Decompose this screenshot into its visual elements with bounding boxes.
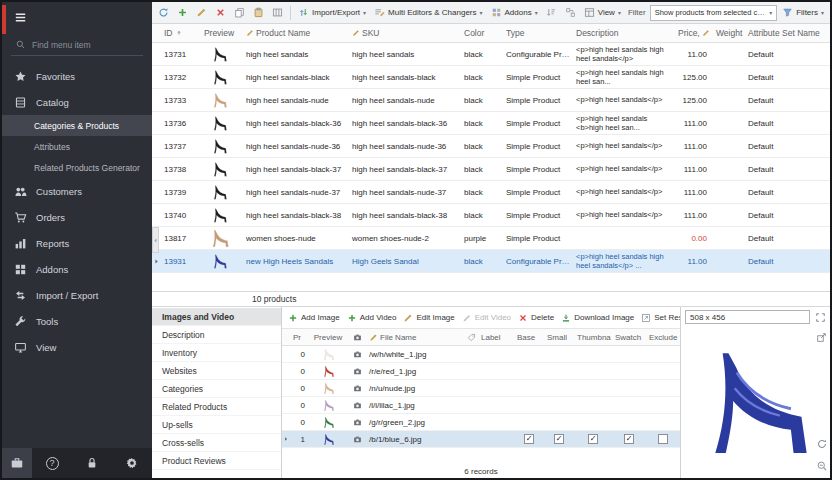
edit-video-button[interactable]: Edit Video (462, 313, 511, 323)
delete-image-button[interactable]: Delete (518, 313, 554, 323)
row-expander[interactable] (282, 436, 290, 442)
sidebar-item-catalog[interactable]: Catalog (2, 89, 152, 115)
lock-button[interactable] (72, 456, 112, 470)
column-header-thumbna[interactable]: Thumbna (574, 333, 612, 342)
chevron-left-icon (152, 236, 159, 245)
column-header-file-name[interactable]: File Name (366, 333, 464, 342)
column-header-attribute-set-name[interactable]: Attribute Set Name (745, 28, 830, 38)
download-image-button[interactable]: Download Image (561, 313, 634, 323)
swatch-checkbox[interactable]: ✓ (624, 434, 634, 444)
tab-inventory[interactable]: Inventory (152, 344, 281, 362)
add-image-button[interactable]: Add Image (288, 313, 340, 323)
settings-button[interactable] (112, 456, 152, 470)
sidebar-item-categories-products[interactable]: Categories & Products (2, 115, 152, 136)
product-row-13739[interactable]: 13739high heel sandals-nude-37high heel … (152, 181, 830, 204)
image-row-l-i-lilac-1-jpg[interactable]: 0/l/i/lilac_1.jpg (282, 397, 680, 414)
sidebar-item-favorites[interactable]: Favorites (2, 63, 152, 89)
product-row-13737[interactable]: 13737high heel sandals-nude-36high heel … (152, 135, 830, 158)
sidebar-collapse-handle[interactable] (152, 227, 159, 253)
import-export-menu[interactable]: Import/Export▾ (295, 5, 369, 20)
column-header-tag-column[interactable] (464, 333, 478, 342)
sidebar-item-view[interactable]: View (2, 334, 152, 360)
sidebar-item-reports[interactable]: Reports (2, 230, 152, 256)
column-header-exclude[interactable]: Exclude (646, 333, 680, 342)
edit-image-button[interactable]: Edit Image (403, 313, 454, 323)
sidebar-item-tools[interactable]: Tools (2, 308, 152, 334)
help-button[interactable]: ? (32, 457, 72, 470)
tab-description[interactable]: Description (152, 326, 281, 344)
menu-toggle[interactable] (2, 2, 152, 32)
thumbnail-checkbox[interactable]: ✓ (588, 434, 598, 444)
base-checkbox[interactable]: ✓ (524, 434, 534, 444)
product-row-13817[interactable]: 13817women shoes-nudewomen shoes-nude-2p… (152, 227, 830, 250)
column-header-label[interactable]: Label (478, 333, 514, 342)
product-row-13738[interactable]: 13738high heel sandals-black-37high heel… (152, 158, 830, 181)
column-header-description[interactable]: Description (573, 28, 675, 38)
paste-button[interactable] (250, 5, 267, 20)
sort-button[interactable] (543, 5, 560, 20)
column-header-id[interactable]: ID (161, 28, 195, 38)
tab-websites[interactable]: Websites (152, 362, 281, 380)
column-header-product-name[interactable]: Product Name (243, 28, 349, 38)
store-button[interactable] (2, 448, 32, 478)
sidebar-item-customers[interactable]: Customers (2, 178, 152, 204)
edit-product-button[interactable] (193, 5, 210, 20)
small-checkbox[interactable]: ✓ (554, 434, 564, 444)
columns-button[interactable] (269, 5, 286, 20)
tab-related-products[interactable]: Related Products (152, 398, 281, 416)
product-description: <p>high heel sandals</p> (573, 187, 675, 197)
tab-product-reviews[interactable]: Product Reviews (152, 452, 281, 470)
product-row-13731[interactable]: 13731high heel sandalshigh heel sandalsb… (152, 43, 830, 66)
column-header-color[interactable]: Color (461, 28, 503, 38)
tab-images-and-video[interactable]: Images and Video (152, 308, 281, 326)
column-header-sku[interactable]: SKU (349, 28, 461, 38)
row-expander[interactable] (152, 258, 161, 265)
product-row-13740[interactable]: 13740high heel sandals-black-38high heel… (152, 204, 830, 227)
menu-search[interactable]: Find menu item (11, 34, 143, 56)
column-header-weight[interactable]: Weight (713, 28, 745, 38)
sidebar-item-addons[interactable]: Addons (2, 256, 152, 282)
zoom-icon[interactable] (816, 460, 828, 472)
view-menu[interactable]: View▾ (581, 5, 624, 20)
image-row-n-u-nude-jpg[interactable]: 0/n/u/nude.jpg (282, 380, 680, 397)
rotate-icon[interactable] (816, 438, 828, 450)
add-video-button[interactable]: Add Video (347, 313, 397, 323)
group-button[interactable] (562, 5, 579, 20)
image-row-g-r-green-2-jpg[interactable]: 0/g/r/green_2.jpg (282, 414, 680, 431)
addons-menu[interactable]: Addons▾ (488, 5, 541, 20)
filters-menu[interactable]: Filters▾ (779, 5, 827, 20)
column-header-preview[interactable]: Preview (308, 333, 348, 342)
sidebar-item-orders[interactable]: Orders (2, 204, 152, 230)
refresh-button[interactable] (155, 5, 172, 20)
product-row-13732[interactable]: 13732high heel sandals-blackhigh heel sa… (152, 66, 830, 89)
image-row-b-1-blue-6-jpg[interactable]: 1/b/1/blue_6.jpg✓✓✓✓ (282, 431, 680, 448)
column-header-swatch[interactable]: Swatch (612, 333, 646, 342)
delete-product-button[interactable] (212, 5, 229, 20)
exclude-checkbox[interactable] (658, 434, 668, 444)
sidebar-item-import-export[interactable]: Import / Export (2, 282, 152, 308)
copy-button[interactable] (231, 5, 248, 20)
sidebar-item-related-products-generator[interactable]: Related Products Generator (2, 157, 152, 178)
column-header-camera-column[interactable] (348, 333, 366, 342)
image-row-w-h-white-1-jpg[interactable]: 0/w/h/white_1.jpg (282, 346, 680, 363)
tab-cross-sells[interactable]: Cross-sells (152, 434, 281, 452)
tab-up-sells[interactable]: Up-sells (152, 416, 281, 434)
multi-editors-menu[interactable]: Multi Editors & Changers▾ (371, 5, 486, 20)
column-header-pr[interactable]: Pr (290, 333, 308, 342)
product-row-13736[interactable]: 13736high heel sandals-black-36high heel… (152, 112, 830, 135)
add-product-button[interactable] (174, 5, 191, 20)
product-row-13931[interactable]: 13931new High Heels SandalsHigh Geels Sa… (152, 250, 830, 273)
fit-to-window-icon[interactable] (815, 312, 826, 323)
product-row-13733[interactable]: 13733high heel sandals-nudehigh heel san… (152, 89, 830, 112)
column-header-small[interactable]: Small (544, 333, 574, 342)
column-header-type[interactable]: Type (503, 28, 573, 38)
tab-categories[interactable]: Categories (152, 380, 281, 398)
column-header-base[interactable]: Base (514, 333, 544, 342)
set-resize-rule-button[interactable]: Set Resize Rule▾ (641, 313, 680, 323)
filter-select[interactable]: Show products from selected categories▾ (650, 5, 778, 21)
image-priority: 0 (290, 418, 308, 427)
column-header-price[interactable]: Price, (675, 28, 713, 38)
sidebar-item-attributes[interactable]: Attributes (2, 136, 152, 157)
column-header-preview[interactable]: Preview (195, 28, 243, 38)
image-row-r-e-red-1-jpg[interactable]: 0/r/e/red_1.jpg (282, 363, 680, 380)
